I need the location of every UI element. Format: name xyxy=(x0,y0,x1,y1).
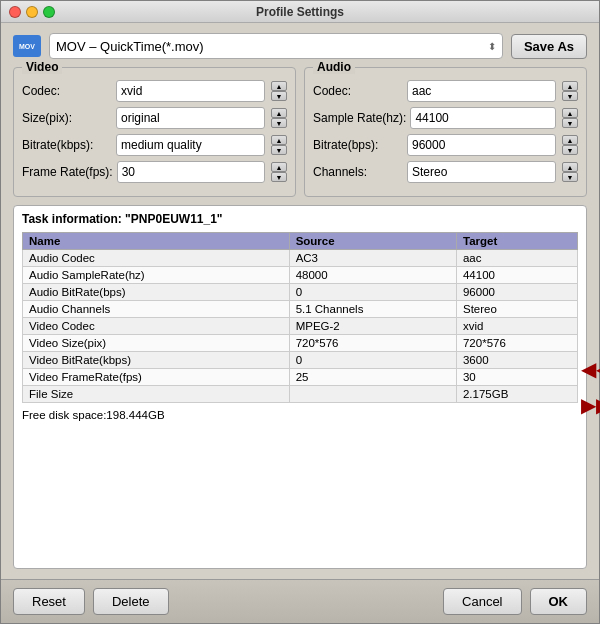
info-table: Name Source Target Audio CodecAC3aacAudi… xyxy=(22,232,578,403)
save-as-button[interactable]: Save As xyxy=(511,34,587,59)
table-cell: Audio SampleRate(hz) xyxy=(23,267,290,284)
table-row: Video FrameRate(fps)2530 xyxy=(23,369,578,386)
table-cell: Video BitRate(kbps) xyxy=(23,352,290,369)
audio-channels-down[interactable]: ▼ xyxy=(562,172,578,182)
audio-samplerate-label: Sample Rate(hz): xyxy=(313,111,406,125)
video-codec-select[interactable]: xvid xyxy=(116,80,265,102)
table-cell: Video FrameRate(fps) xyxy=(23,369,290,386)
audio-channels-arrows: ▲ ▼ xyxy=(562,162,578,182)
table-cell: 0 xyxy=(289,284,456,301)
video-framerate-up[interactable]: ▲ xyxy=(271,162,287,172)
audio-panel: Audio Codec: aac ▲ ▼ Sample Rate(hz): xyxy=(304,67,587,197)
table-row: Audio Channels5.1 ChannelsStereo xyxy=(23,301,578,318)
ok-button[interactable]: OK xyxy=(530,588,588,615)
minimize-button[interactable] xyxy=(26,6,38,18)
format-bar: MOV MOV – QuickTime(*.mov) ⬍ Save As xyxy=(13,33,587,59)
table-cell: File Size xyxy=(23,386,290,403)
audio-codec-up[interactable]: ▲ xyxy=(562,81,578,91)
audio-codec-down[interactable]: ▼ xyxy=(562,91,578,101)
format-select[interactable]: MOV – QuickTime(*.mov) ⬍ xyxy=(49,33,503,59)
cancel-button[interactable]: Cancel xyxy=(443,588,521,615)
video-bitrate-row: Bitrate(kbps): medium quality ▲ ▼ xyxy=(22,134,287,156)
video-bitrate-select[interactable]: medium quality xyxy=(116,134,265,156)
table-header-row: Name Source Target xyxy=(23,233,578,250)
video-codec-arrows: ▲ ▼ xyxy=(271,81,287,101)
table-cell: 96000 xyxy=(456,284,577,301)
video-panel: Video Codec: xvid ▲ ▼ Size(pix): xyxy=(13,67,296,197)
video-size-row: Size(pix): original ▲ ▼ xyxy=(22,107,287,129)
table-cell: 30 xyxy=(456,369,577,386)
table-cell: aac xyxy=(456,250,577,267)
audio-channels-row: Channels: Stereo ▲ ▼ xyxy=(313,161,578,183)
table-cell: xvid xyxy=(456,318,577,335)
table-cell: Video Size(pix) xyxy=(23,335,290,352)
table-row: Video Size(pix)720*576720*576 xyxy=(23,335,578,352)
task-title: Task information: "PNP0EUW11_1" xyxy=(22,212,578,226)
video-codec-label: Codec: xyxy=(22,84,112,98)
codec-panels: Video Codec: xvid ▲ ▼ Size(pix): xyxy=(13,67,587,197)
audio-bitrate-up[interactable]: ▲ xyxy=(562,135,578,145)
table-row: Audio BitRate(bps)096000 xyxy=(23,284,578,301)
video-bitrate-label: Bitrate(kbps): xyxy=(22,138,112,152)
forward-arrow[interactable]: ▶▶ xyxy=(581,395,600,415)
video-framerate-select[interactable]: 30 xyxy=(117,161,265,183)
video-framerate-label: Frame Rate(fps): xyxy=(22,165,113,179)
col-source-header: Source xyxy=(289,233,456,250)
window-title: Profile Settings xyxy=(256,5,344,19)
table-cell: 5.1 Channels xyxy=(289,301,456,318)
audio-codec-label: Codec: xyxy=(313,84,403,98)
table-cell: 720*576 xyxy=(289,335,456,352)
table-row: Audio SampleRate(hz)4800044100 xyxy=(23,267,578,284)
audio-bitrate-select[interactable]: 96000 xyxy=(407,134,556,156)
video-bitrate-down[interactable]: ▼ xyxy=(271,145,287,155)
audio-panel-title: Audio xyxy=(313,60,355,74)
video-codec-down[interactable]: ▼ xyxy=(271,91,287,101)
video-panel-title: Video xyxy=(22,60,62,74)
task-section-wrapper: Task information: "PNP0EUW11_1" Name Sou… xyxy=(13,205,587,569)
table-cell: 3600 xyxy=(456,352,577,369)
format-select-arrow: ⬍ xyxy=(488,41,496,52)
close-button[interactable] xyxy=(9,6,21,18)
profile-settings-window: Profile Settings MOV MOV – QuickTime(*.m… xyxy=(0,0,600,624)
table-cell: Audio BitRate(bps) xyxy=(23,284,290,301)
audio-samplerate-select[interactable]: 44100 xyxy=(410,107,556,129)
audio-codec-arrows: ▲ ▼ xyxy=(562,81,578,101)
table-cell: AC3 xyxy=(289,250,456,267)
side-arrows: ◀◀ ▶▶ xyxy=(581,359,600,415)
video-size-label: Size(pix): xyxy=(22,111,112,125)
video-size-select[interactable]: original xyxy=(116,107,265,129)
audio-codec-row: Codec: aac ▲ ▼ xyxy=(313,80,578,102)
audio-bitrate-down[interactable]: ▼ xyxy=(562,145,578,155)
video-codec-up[interactable]: ▲ xyxy=(271,81,287,91)
table-cell: 0 xyxy=(289,352,456,369)
audio-samplerate-row: Sample Rate(hz): 44100 ▲ ▼ xyxy=(313,107,578,129)
rewind-arrow[interactable]: ◀◀ xyxy=(581,359,600,379)
table-cell: Audio Codec xyxy=(23,250,290,267)
task-info-section: Task information: "PNP0EUW11_1" Name Sou… xyxy=(13,205,587,569)
table-cell xyxy=(289,386,456,403)
video-codec-row: Codec: xvid ▲ ▼ xyxy=(22,80,287,102)
audio-samplerate-down[interactable]: ▼ xyxy=(562,118,578,128)
audio-samplerate-up[interactable]: ▲ xyxy=(562,108,578,118)
video-bitrate-up[interactable]: ▲ xyxy=(271,135,287,145)
audio-codec-select[interactable]: aac xyxy=(407,80,556,102)
col-target-header: Target xyxy=(456,233,577,250)
video-size-down[interactable]: ▼ xyxy=(271,118,287,128)
audio-channels-select[interactable]: Stereo xyxy=(407,161,556,183)
audio-channels-up[interactable]: ▲ xyxy=(562,162,578,172)
bottom-left-buttons: Reset Delete xyxy=(13,588,169,615)
main-content: MOV MOV – QuickTime(*.mov) ⬍ Save As Vid… xyxy=(1,23,599,579)
maximize-button[interactable] xyxy=(43,6,55,18)
table-cell: Audio Channels xyxy=(23,301,290,318)
audio-bitrate-arrows: ▲ ▼ xyxy=(562,135,578,155)
video-panel-content: Codec: xvid ▲ ▼ Size(pix): original xyxy=(22,80,287,183)
table-row: File Size2.175GB xyxy=(23,386,578,403)
table-cell: 48000 xyxy=(289,267,456,284)
delete-button[interactable]: Delete xyxy=(93,588,169,615)
audio-panel-content: Codec: aac ▲ ▼ Sample Rate(hz): 44100 xyxy=(313,80,578,183)
video-bitrate-arrows: ▲ ▼ xyxy=(271,135,287,155)
video-size-up[interactable]: ▲ xyxy=(271,108,287,118)
video-framerate-down[interactable]: ▼ xyxy=(271,172,287,182)
video-size-arrows: ▲ ▼ xyxy=(271,108,287,128)
reset-button[interactable]: Reset xyxy=(13,588,85,615)
